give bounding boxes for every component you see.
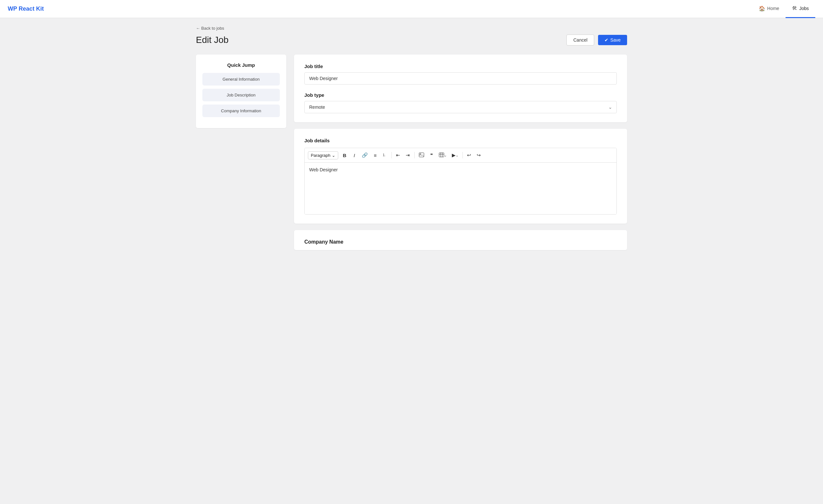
toolbar-bold-button[interactable]: B xyxy=(340,151,349,160)
toolbar-redo-button[interactable]: ↪ xyxy=(474,151,483,160)
svg-rect-3 xyxy=(439,153,444,157)
paragraph-format-label: Paragraph xyxy=(311,153,330,158)
main-layout: Quick Jump General Information Job Descr… xyxy=(196,54,627,250)
save-check-icon: ✔ xyxy=(605,37,608,43)
general-information-card: Job title Job type Remote On-site Hybrid… xyxy=(294,54,627,122)
quote-icon: ❝ xyxy=(430,152,433,158)
back-link[interactable]: ← Back to jobs xyxy=(196,26,627,31)
outdent-icon: ⇤ xyxy=(396,152,400,158)
toolbar-undo-button[interactable]: ↩ xyxy=(465,151,474,160)
svg-text:1.: 1. xyxy=(383,153,385,157)
company-name-label: Company Name xyxy=(304,239,617,245)
svg-point-2 xyxy=(420,153,421,154)
cancel-button[interactable]: Cancel xyxy=(566,34,594,45)
save-button-label: Save xyxy=(610,37,621,43)
job-type-select-wrapper: Remote On-site Hybrid ⌄ xyxy=(304,101,617,113)
table-chevron: ⌄ xyxy=(444,154,447,157)
top-navigation: WP React Kit 🏠 Home 🛠 Jobs xyxy=(0,0,823,18)
jobs-icon: 🛠 xyxy=(792,5,797,11)
toolbar-ordered-list-button[interactable]: 1. xyxy=(380,151,389,160)
media-chevron: ⌄ xyxy=(456,154,458,157)
toolbar-table-button[interactable]: ⌄ xyxy=(437,151,449,160)
paragraph-format-select[interactable]: Paragraph ⌄ xyxy=(308,151,338,159)
nav-jobs-label: Jobs xyxy=(799,6,809,11)
quick-jump-general-information[interactable]: General Information xyxy=(202,73,280,86)
company-information-card: Company Name xyxy=(294,230,627,250)
toolbar-divider-3 xyxy=(463,152,463,158)
editor-toolbar: Paragraph ⌄ B I 🔗 ≡ xyxy=(305,148,617,163)
italic-icon: I xyxy=(354,153,355,158)
nav-home[interactable]: 🏠 Home xyxy=(752,0,786,18)
save-button[interactable]: ✔ Save xyxy=(598,35,627,45)
job-type-group: Job type Remote On-site Hybrid ⌄ xyxy=(304,92,617,113)
bullet-list-icon: ≡ xyxy=(374,153,377,158)
nav-links: 🏠 Home 🛠 Jobs xyxy=(752,0,815,18)
sidebar-title: Quick Jump xyxy=(202,62,280,68)
undo-icon: ↩ xyxy=(467,152,471,158)
indent-icon: ⇥ xyxy=(406,152,410,158)
toolbar-divider-1 xyxy=(391,152,392,158)
page-title: Edit Job xyxy=(196,35,228,45)
home-icon: 🏠 xyxy=(759,5,765,12)
editor-content-area[interactable]: Web Designer xyxy=(305,163,617,214)
image-icon xyxy=(419,153,424,158)
job-description-card: Job details Paragraph ⌄ B I xyxy=(294,129,627,223)
quick-jump-company-information[interactable]: Company Information xyxy=(202,105,280,117)
job-type-label: Job type xyxy=(304,92,617,98)
redo-icon: ↪ xyxy=(477,152,481,158)
link-icon: 🔗 xyxy=(362,152,368,158)
quick-jump-sidebar: Quick Jump General Information Job Descr… xyxy=(196,54,286,128)
job-details-label: Job details xyxy=(304,138,617,143)
media-icon: ▶ xyxy=(452,152,456,158)
job-title-input[interactable] xyxy=(304,72,617,85)
toolbar-bullet-list-button[interactable]: ≡ xyxy=(371,151,380,160)
toolbar-outdent-button[interactable]: ⇤ xyxy=(394,151,403,160)
bold-icon: B xyxy=(343,153,346,158)
toolbar-media-button[interactable]: ▶ ⌄ xyxy=(450,151,461,160)
toolbar-quote-button[interactable]: ❝ xyxy=(427,151,436,160)
toolbar-indent-button[interactable]: ⇥ xyxy=(403,151,413,160)
header-actions: Cancel ✔ Save xyxy=(566,34,627,45)
toolbar-italic-button[interactable]: I xyxy=(350,151,359,160)
toolbar-link-button[interactable]: 🔗 xyxy=(359,151,370,160)
toolbar-divider-2 xyxy=(415,152,415,158)
toolbar-image-button[interactable] xyxy=(417,151,426,160)
table-icon xyxy=(439,153,444,158)
job-title-label: Job title xyxy=(304,63,617,69)
brand-logo[interactable]: WP React Kit xyxy=(8,5,44,12)
toolbar-format-chevron: ⌄ xyxy=(332,153,335,158)
job-type-select[interactable]: Remote On-site Hybrid xyxy=(304,101,617,113)
page-header: Edit Job Cancel ✔ Save xyxy=(196,34,627,45)
ordered-list-icon: 1. xyxy=(383,153,387,158)
nav-jobs[interactable]: 🛠 Jobs xyxy=(786,0,815,18)
content-area: Job title Job type Remote On-site Hybrid… xyxy=(294,54,627,250)
page-wrapper: ← Back to jobs Edit Job Cancel ✔ Save Qu… xyxy=(186,18,637,258)
quick-jump-job-description[interactable]: Job Description xyxy=(202,89,280,101)
job-title-group: Job title xyxy=(304,63,617,85)
nav-home-label: Home xyxy=(767,6,779,11)
rich-text-editor: Paragraph ⌄ B I 🔗 ≡ xyxy=(304,148,617,214)
